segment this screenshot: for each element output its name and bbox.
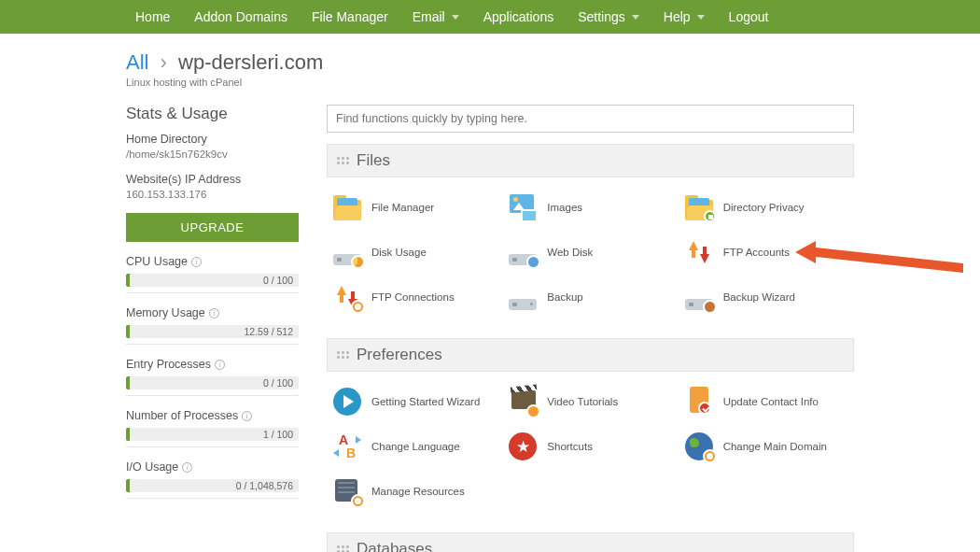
info-icon[interactable]: i xyxy=(191,257,202,267)
nav-home[interactable]: Home xyxy=(135,9,170,24)
item-update-contact-label: Update Contact Info xyxy=(723,396,819,407)
item-ftp-connections[interactable]: FTP Connections xyxy=(327,275,502,319)
item-change-language[interactable]: ABChange Language xyxy=(327,424,502,469)
gear-icon xyxy=(703,449,717,463)
nav-file-manager[interactable]: File Manager xyxy=(312,9,388,24)
item-disk-usage-label: Disk Usage xyxy=(371,247,427,258)
item-directory-privacy[interactable]: Directory Privacy xyxy=(679,185,854,230)
stat-memory: Memory Usagei 12.59 / 512 xyxy=(126,306,299,345)
ip-address-value: 160.153.133.176 xyxy=(126,189,299,200)
nav-email[interactable]: Email xyxy=(413,9,459,24)
drag-handle-icon xyxy=(337,545,349,552)
item-file-manager[interactable]: File Manager xyxy=(327,185,502,230)
stat-cpu-label: CPU Usage xyxy=(126,255,188,268)
nav-settings[interactable]: Settings xyxy=(578,9,639,24)
pie-icon xyxy=(351,255,365,269)
stat-entry-bar: 0 / 100 xyxy=(126,376,299,389)
item-backup-label: Backup xyxy=(547,291,582,303)
item-video-tutorials[interactable]: Video Tutorials xyxy=(502,379,678,424)
item-getting-started[interactable]: Getting Started Wizard xyxy=(327,379,502,424)
item-video-tutorials-label: Video Tutorials xyxy=(547,396,618,407)
search-input[interactable] xyxy=(327,105,854,133)
drag-handle-icon xyxy=(337,351,349,359)
section-databases-header[interactable]: Databases xyxy=(327,532,854,552)
item-change-domain[interactable]: Change Main Domain xyxy=(679,424,854,469)
clipboard-icon xyxy=(690,387,708,413)
language-icon: AB xyxy=(333,432,361,460)
item-images-label: Images xyxy=(547,202,582,213)
gear-icon xyxy=(351,300,365,314)
item-backup[interactable]: Backup xyxy=(502,275,678,319)
breadcrumb: All › wp-dersleri.com xyxy=(126,50,854,75)
stat-io-bar: 0 / 1,048,576 xyxy=(126,479,299,492)
hosting-subtitle: Linux hosting with cPanel xyxy=(126,77,854,88)
play-icon xyxy=(333,388,361,416)
info-icon[interactable]: i xyxy=(242,411,252,421)
nav-logout[interactable]: Logout xyxy=(729,9,769,24)
stat-cpu-bar: 0 / 100 xyxy=(126,274,299,287)
stat-cpu: CPU Usagei 0 / 100 xyxy=(126,255,299,293)
stats-usage-title: Stats & Usage xyxy=(126,105,299,123)
sidebar-column: All › wp-dersleri.com Linux hosting with… xyxy=(126,50,854,552)
item-file-manager-label: File Manager xyxy=(371,202,434,213)
play-badge-icon xyxy=(526,404,540,418)
breadcrumb-all-link[interactable]: All xyxy=(126,50,148,74)
nav-addon-domains[interactable]: Addon Domains xyxy=(194,9,287,24)
section-databases-title: Databases xyxy=(357,540,432,552)
stat-entry-value: 0 / 100 xyxy=(263,376,293,389)
stat-cpu-value: 0 / 100 xyxy=(263,274,293,287)
item-getting-started-label: Getting Started Wizard xyxy=(371,396,480,407)
drag-handle-icon xyxy=(337,157,349,164)
stat-io-value: 0 / 1,048,576 xyxy=(236,479,293,492)
check-icon xyxy=(698,402,711,415)
item-change-language-label: Change Language xyxy=(371,441,460,452)
stat-proc: Number of Processesi 1 / 100 xyxy=(126,409,299,447)
item-ftp-connections-label: FTP Connections xyxy=(371,291,455,303)
stat-io: I/O Usagei 0 / 1,048,576 xyxy=(126,460,299,499)
stat-memory-bar: 12.59 / 512 xyxy=(126,325,299,338)
stat-entry: Entry Processesi 0 / 100 xyxy=(126,358,299,396)
section-files-title: Files xyxy=(357,151,390,170)
item-shortcuts[interactable]: ★Shortcuts xyxy=(502,424,678,469)
star-icon: ★ xyxy=(509,432,537,460)
upgrade-button[interactable]: UPGRADE xyxy=(126,213,299,242)
item-update-contact[interactable]: Update Contact Info xyxy=(679,379,854,424)
section-preferences-title: Preferences xyxy=(357,346,442,364)
info-icon[interactable]: i xyxy=(215,360,225,370)
item-disk-usage[interactable]: Disk Usage xyxy=(327,230,502,275)
ip-address-label: Website(s) IP Address xyxy=(126,173,299,186)
wand-icon xyxy=(703,300,717,314)
section-databases: Databases phpMyAdminphpMyAdmin MySQLMySQ… xyxy=(327,532,854,552)
nav-applications[interactable]: Applications xyxy=(483,9,554,24)
chevron-right-icon: › xyxy=(161,50,167,74)
item-manage-resources[interactable]: Manage Resources xyxy=(327,469,502,514)
gear-icon xyxy=(351,494,365,508)
info-icon[interactable]: i xyxy=(182,462,192,473)
stat-io-label: I/O Usage xyxy=(126,460,178,474)
item-ftp-accounts-label: FTP Accounts xyxy=(723,247,790,258)
item-shortcuts-label: Shortcuts xyxy=(547,441,593,452)
nav-help[interactable]: Help xyxy=(664,9,705,24)
item-backup-wizard[interactable]: Backup Wizard xyxy=(679,275,854,319)
section-files-header[interactable]: Files xyxy=(327,144,854,177)
stat-entry-label: Entry Processes xyxy=(126,358,211,371)
home-directory-label: Home Directory xyxy=(126,133,299,146)
section-preferences-header[interactable]: Preferences xyxy=(327,338,854,372)
breadcrumb-domain: wp-dersleri.com xyxy=(178,50,323,74)
stat-memory-value: 12.59 / 512 xyxy=(244,325,293,338)
item-backup-wizard-label: Backup Wizard xyxy=(723,291,795,303)
top-nav: Home Addon Domains File Manager Email Ap… xyxy=(0,0,980,34)
item-manage-resources-label: Manage Resources xyxy=(371,486,465,497)
item-images[interactable]: Images xyxy=(502,185,678,230)
item-web-disk-label: Web Disk xyxy=(547,247,593,258)
stat-proc-label: Number of Processes xyxy=(126,409,238,422)
item-change-domain-label: Change Main Domain xyxy=(723,441,827,452)
stat-proc-value: 1 / 100 xyxy=(263,428,293,441)
item-web-disk[interactable]: Web Disk xyxy=(502,230,678,275)
info-icon[interactable]: i xyxy=(209,308,219,318)
item-directory-privacy-label: Directory Privacy xyxy=(723,202,805,213)
item-ftp-accounts[interactable]: FTP Accounts xyxy=(679,230,854,275)
section-preferences: Preferences Getting Started Wizard Video… xyxy=(327,338,854,517)
stat-proc-bar: 1 / 100 xyxy=(126,428,299,441)
globe-icon xyxy=(526,255,540,269)
